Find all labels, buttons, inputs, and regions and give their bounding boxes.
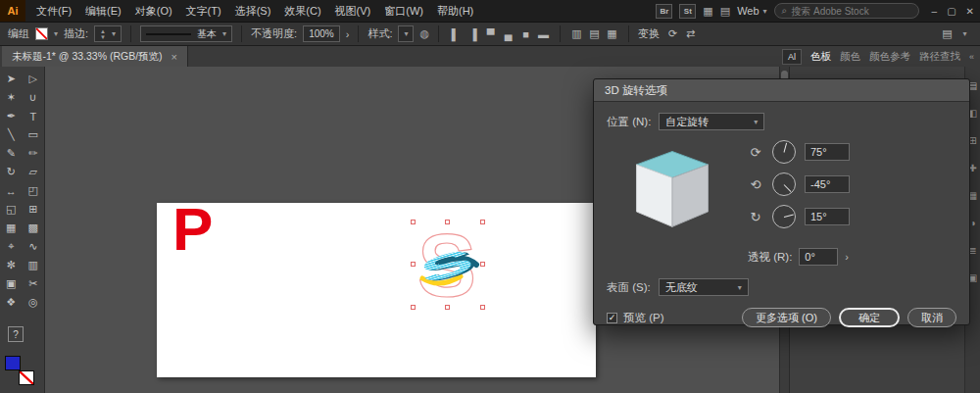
restore-icon[interactable]: ▢ xyxy=(947,6,956,17)
menu-edit[interactable]: 编辑(E) xyxy=(78,0,128,22)
width-tool[interactable]: ↔ xyxy=(0,181,23,200)
layout-icon[interactable]: ▤ xyxy=(720,5,730,18)
ok-button[interactable]: 确定 xyxy=(839,308,900,327)
gradient-tool[interactable]: ▩ xyxy=(23,219,45,237)
stroke-stepper[interactable]: ▲▼ xyxy=(100,28,106,40)
selected-object[interactable]: S S S xyxy=(414,222,482,307)
dialog-title-bar[interactable]: 3D 旋转选项 xyxy=(594,79,969,102)
more-options-button[interactable]: 更多选项 (O) xyxy=(742,308,831,327)
pencil-tool[interactable]: ✏ xyxy=(23,144,45,163)
menu-file[interactable]: 文件(F) xyxy=(29,0,78,22)
style-dropdown[interactable]: ▾ xyxy=(398,25,414,42)
minimize-icon[interactable]: – xyxy=(932,6,938,17)
close-icon[interactable]: ✕ xyxy=(966,6,974,17)
rotate-z-dial[interactable] xyxy=(772,205,796,228)
opacity-value-dropdown[interactable]: 100% xyxy=(303,25,340,42)
selection-handle[interactable] xyxy=(445,220,450,224)
tab-color-guide[interactable]: 颜色参考 xyxy=(869,50,910,64)
stock-search[interactable]: ⌕ xyxy=(774,3,919,19)
artboard-tool[interactable]: ▣ xyxy=(0,274,23,293)
stock-icon[interactable]: St xyxy=(679,4,696,19)
distribute-v-icon[interactable]: ▦ xyxy=(605,27,619,40)
selection-handle[interactable] xyxy=(480,262,485,267)
fill-color-swatch[interactable] xyxy=(5,356,21,370)
position-dropdown[interactable]: 自定旋转 ▾ xyxy=(659,113,764,130)
tab-swatches[interactable]: 色板 xyxy=(810,50,831,64)
symbol-sprayer-tool[interactable]: ✼ xyxy=(0,256,23,274)
selection-handle[interactable] xyxy=(411,262,416,267)
menu-select[interactable]: 选择(S) xyxy=(228,0,278,22)
perspective-grid-tool[interactable]: ⊞ xyxy=(23,200,45,219)
fill-swatch-none[interactable] xyxy=(35,27,48,40)
mesh-tool[interactable]: ▦ xyxy=(0,219,23,237)
perspective-field[interactable]: 0° xyxy=(799,248,838,266)
selection-handle[interactable] xyxy=(411,305,416,310)
stroke-weight-dropdown[interactable]: ▲▼ ▾ xyxy=(94,25,122,42)
type-tool[interactable]: T xyxy=(23,107,45,125)
pen-tool[interactable]: ✒ xyxy=(0,107,23,125)
cancel-button[interactable]: 取消 xyxy=(907,308,956,327)
artboard[interactable]: P S S S xyxy=(157,203,596,377)
eyedropper-tool[interactable]: ⌖ xyxy=(0,237,23,256)
paintbrush-tool[interactable]: ✎ xyxy=(0,144,23,163)
shear-icon[interactable]: ⇄ xyxy=(683,27,698,40)
rotate-tool[interactable]: ↻ xyxy=(0,163,23,181)
align-right-icon[interactable]: ▬ xyxy=(536,28,551,40)
tab-color[interactable]: 颜色 xyxy=(840,50,860,64)
direct-selection-tool[interactable]: ▷ xyxy=(23,70,45,88)
workspace-switcher[interactable]: Web ▾ xyxy=(737,5,766,17)
rotate-x-field[interactable] xyxy=(805,143,850,161)
menu-window[interactable]: 窗口(W) xyxy=(377,0,430,22)
transform-label[interactable]: 变换 xyxy=(638,26,660,41)
ai-panel-icon[interactable]: Al xyxy=(782,49,802,65)
rotate-z-field[interactable] xyxy=(805,208,850,225)
opacity-popup-arrow-icon[interactable]: › xyxy=(346,28,350,40)
selection-handle[interactable] xyxy=(480,305,485,310)
zoom-tool[interactable]: ◎ xyxy=(23,293,45,312)
rotate-y-dial[interactable] xyxy=(772,172,796,196)
hand-tool[interactable]: ❖ xyxy=(0,293,23,312)
shape-builder-tool[interactable]: ◱ xyxy=(0,200,23,219)
selection-handle[interactable] xyxy=(411,220,416,224)
menu-type[interactable]: 文字(T) xyxy=(179,0,228,22)
rectangle-tool[interactable]: ▭ xyxy=(23,125,45,144)
align-left-icon[interactable]: ▌ xyxy=(448,28,463,40)
lasso-tool[interactable]: ∪ xyxy=(23,88,45,107)
perspective-popup-arrow-icon[interactable]: › xyxy=(845,251,849,263)
document-setup-icon[interactable]: ◍ xyxy=(419,27,429,40)
selection-handle[interactable] xyxy=(445,305,450,310)
free-transform-tool[interactable]: ◰ xyxy=(23,181,45,200)
panel-menu-icon[interactable]: ▤ xyxy=(940,27,955,40)
cube-preview[interactable] xyxy=(622,136,722,238)
align-center-icon[interactable]: ▐ xyxy=(466,28,480,40)
selection-tool[interactable]: ➤ xyxy=(0,70,23,88)
distribute-h-icon[interactable]: ▥ xyxy=(569,27,584,40)
rotate-x-dial[interactable] xyxy=(772,140,796,164)
rotate-icon[interactable]: ⟳ xyxy=(665,27,680,40)
preview-checkbox[interactable]: ✓ xyxy=(607,313,617,323)
close-tab-icon[interactable]: × xyxy=(172,51,177,63)
align-top-icon[interactable]: ▀ xyxy=(483,28,498,40)
help-icon[interactable]: ? xyxy=(8,326,24,342)
magic-wand-tool[interactable]: ✶ xyxy=(0,88,23,107)
tab-pathfinder[interactable]: 路径查找 xyxy=(919,50,960,64)
slice-tool[interactable]: ✂ xyxy=(23,274,45,293)
blend-tool[interactable]: ∿ xyxy=(23,237,45,256)
surface-dropdown[interactable]: 无底纹 ▾ xyxy=(659,278,749,296)
scale-tool[interactable]: ▱ xyxy=(23,163,45,181)
menu-effect[interactable]: 效果(C) xyxy=(277,0,327,22)
distribute-c-icon[interactable]: ▤ xyxy=(587,27,602,40)
rotate-y-field[interactable] xyxy=(805,175,850,193)
brush-definition-dropdown[interactable]: 基本 ▾ xyxy=(140,25,232,42)
line-segment-tool[interactable]: ╲ xyxy=(0,125,23,144)
panel-icon[interactable]: ◑ xyxy=(969,218,975,228)
bridge-icon[interactable]: Br xyxy=(656,4,672,19)
collapse-panels-icon[interactable]: « xyxy=(969,52,976,62)
arrange-documents-icon[interactable]: ▦ xyxy=(703,5,712,18)
stroke-color-swatch[interactable] xyxy=(19,370,34,385)
fill-chevron-icon[interactable]: ▾ xyxy=(54,29,58,38)
menu-object[interactable]: 对象(O) xyxy=(128,0,179,22)
align-middle-icon[interactable]: ■ xyxy=(518,28,533,40)
menu-help[interactable]: 帮助(H) xyxy=(430,0,480,22)
align-bottom-icon[interactable]: ▄ xyxy=(501,28,515,40)
